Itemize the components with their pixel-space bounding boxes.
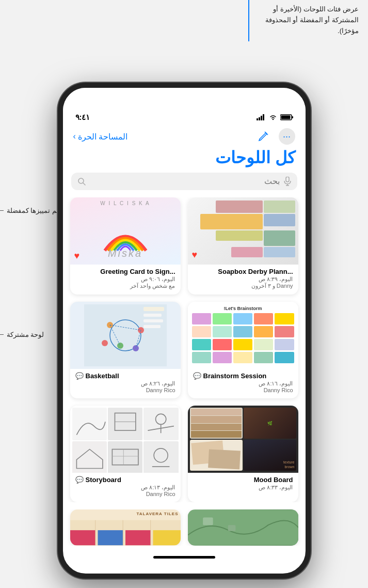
svg-rect-25 bbox=[143, 325, 161, 328]
nav-bar: ··· المساحة الحرة › bbox=[63, 124, 306, 147]
board-date-moodboard: اليوم، ٨:٣٣ ص bbox=[193, 484, 293, 491]
board-date-brainstorm: اليوم، ٨:١٦ ص bbox=[193, 380, 293, 387]
board-info-soapbox: ...Soapbox Derby Plann اليوم، ٨:٣٩ ص Dan… bbox=[188, 265, 298, 295]
top-annotation: عرض فئات اللوحات (الأخيرة أو المشتركة أو… bbox=[249, 0, 363, 40]
boards-grid: ♥ ...Soapbox Derby Plann اليوم، ٨:٣٩ ص D… bbox=[63, 197, 306, 502]
map-thumbnail bbox=[188, 509, 298, 546]
svg-rect-4 bbox=[259, 117, 260, 120]
board-info-storyboard: Storyboard 💬 اليوم، ٨:١٣ ص Danny Rico bbox=[70, 473, 181, 502]
board-info-basketball: Basketball 💬 اليوم، ٨:٢٦ ص Danny Rico bbox=[70, 369, 181, 398]
heart-icon-greeting: ♥ bbox=[74, 251, 80, 261]
board-title-basketball: Basketball bbox=[86, 372, 119, 380]
board-card-moodboard[interactable]: 🌿 bbox=[188, 406, 298, 502]
nav-back[interactable]: المساحة الحرة › bbox=[73, 132, 128, 142]
top-annotation-text: عرض فئات اللوحات (الأخيرة أو المشتركة أو… bbox=[253, 4, 359, 36]
board-card-greeting[interactable]: W I L C I S K A Miska bbox=[70, 197, 181, 295]
board-card-basketball[interactable]: Basketball 💬 اليوم، ٨:٢٦ ص Danny Rico bbox=[70, 302, 181, 398]
more-icon: ··· bbox=[283, 131, 291, 142]
status-bar: ٩:٤١ bbox=[63, 88, 306, 124]
shared-icon-brainstorm: 💬 bbox=[193, 372, 201, 380]
board-thumbnail-greeting: W I L C I S K A Miska bbox=[70, 197, 181, 265]
board-card-brainstorm[interactable]: Let's Brainstorm! bbox=[188, 302, 298, 398]
board-title-row-brainstorm: Brainstorm Session 💬 bbox=[193, 372, 293, 380]
svg-rect-48 bbox=[125, 530, 151, 545]
svg-rect-9 bbox=[286, 177, 289, 182]
mood-item-1: 🌿 bbox=[244, 408, 296, 439]
svg-rect-23 bbox=[143, 314, 162, 317]
board-thumbnail-soapbox: ♥ bbox=[188, 197, 298, 265]
svg-rect-24 bbox=[143, 319, 163, 322]
heart-icon-soapbox: ♥ bbox=[192, 250, 198, 260]
board-title-brainstorm: Brainstorm Session bbox=[203, 372, 267, 380]
panel-1 bbox=[143, 408, 178, 440]
panel-6 bbox=[72, 441, 107, 473]
board-title-moodboard: Mood Board bbox=[193, 476, 293, 484]
basketball-diagram-svg bbox=[84, 304, 167, 366]
compose-icon bbox=[258, 131, 269, 142]
page-title: كل اللوحات bbox=[73, 148, 295, 167]
search-bar[interactable] bbox=[71, 173, 297, 190]
svg-rect-44 bbox=[228, 525, 235, 531]
panel-2 bbox=[108, 408, 142, 440]
board-author-brainstorm: Danny Rico bbox=[193, 387, 293, 393]
talavera-thumbnail: TALAVERA TILES bbox=[70, 509, 181, 546]
board-date-soapbox: اليوم، ٨:٣٩ ص bbox=[193, 276, 293, 283]
board-author-greeting: مع شخص واحد آخر bbox=[75, 283, 175, 289]
home-indicator-container bbox=[63, 552, 306, 564]
shared-icon-storyboard: 💬 bbox=[75, 476, 84, 484]
svg-rect-1 bbox=[292, 116, 293, 118]
brainstorm-title-sm: Let's Brainstorm! bbox=[223, 306, 262, 311]
status-icons bbox=[257, 114, 293, 120]
search-input[interactable] bbox=[90, 177, 280, 186]
board-thumbnail-basketball bbox=[70, 302, 181, 369]
svg-rect-3 bbox=[257, 118, 258, 120]
partial-boards-row: TALAVERA TILES bbox=[63, 509, 306, 546]
board-info-moodboard: Mood Board اليوم، ٨:٣٣ ص bbox=[188, 473, 298, 496]
board-title-row-basketball: Basketball 💬 bbox=[75, 372, 175, 380]
svg-rect-22 bbox=[143, 307, 164, 311]
svg-rect-34 bbox=[143, 442, 178, 473]
svg-line-8 bbox=[83, 183, 85, 185]
board-thumbnail-storyboard bbox=[70, 406, 181, 473]
left-shared-annotation: لوحة مشتركة bbox=[0, 331, 44, 338]
home-indicator bbox=[153, 556, 215, 559]
status-time: ٩:٤١ bbox=[75, 113, 90, 122]
board-author-soapbox: Danny و ٣ آخرون bbox=[193, 283, 293, 289]
board-author-basketball: Danny Rico bbox=[75, 387, 175, 393]
greeting-text-art: W I L C I S K A bbox=[70, 200, 181, 206]
phone-frame: ٩:٤١ ··· المساحة الحرة bbox=[58, 83, 311, 579]
panel-5 bbox=[108, 441, 142, 473]
compose-button[interactable] bbox=[255, 128, 271, 145]
wifi-icon bbox=[269, 114, 277, 120]
partial-card-map[interactable] bbox=[188, 509, 298, 546]
svg-rect-46 bbox=[70, 530, 95, 545]
board-title-storyboard: Storyboard bbox=[86, 476, 121, 484]
mood-item-4 bbox=[190, 440, 243, 471]
mic-icon[interactable] bbox=[284, 177, 291, 186]
board-title-soapbox: ...Soapbox Derby Plann bbox=[193, 268, 293, 275]
svg-rect-47 bbox=[98, 530, 123, 545]
board-card-storyboard[interactable]: Storyboard 💬 اليوم، ٨:١٣ ص Danny Rico bbox=[70, 406, 181, 502]
mood-item-3: texturebrown bbox=[244, 440, 296, 471]
shared-icon-basketball: 💬 bbox=[75, 372, 84, 380]
partial-card-talavera[interactable]: TALAVERA TILES bbox=[70, 509, 181, 546]
svg-rect-43 bbox=[203, 518, 213, 525]
more-button[interactable]: ··· bbox=[279, 128, 295, 145]
board-date-storyboard: اليوم، ٨:١٣ ص bbox=[75, 484, 175, 491]
svg-rect-5 bbox=[261, 116, 262, 120]
signal-icon bbox=[257, 114, 266, 120]
board-thumbnail-moodboard: 🌿 bbox=[188, 406, 298, 473]
board-date-basketball: اليوم، ٨:٢٦ ص bbox=[75, 380, 175, 387]
svg-rect-37 bbox=[108, 442, 142, 473]
panel-3 bbox=[72, 408, 107, 440]
svg-rect-2 bbox=[281, 116, 290, 119]
board-card-soapbox[interactable]: ♥ ...Soapbox Derby Plann اليوم، ٨:٣٩ ص D… bbox=[188, 197, 298, 295]
board-info-greeting: ...Greeting Card to Sign اليوم، ٩:٠٦ ص م… bbox=[70, 265, 181, 295]
page-title-section: كل اللوحات bbox=[63, 147, 306, 173]
svg-point-18 bbox=[102, 340, 108, 346]
search-icon bbox=[77, 177, 86, 185]
board-title-greeting: ...Greeting Card to Sign bbox=[75, 268, 175, 275]
mood-item-2 bbox=[190, 408, 243, 439]
nav-icons: ··· bbox=[255, 128, 295, 145]
page-wrapper: عرض فئات اللوحات (الأخيرة أو المشتركة أو… bbox=[0, 0, 368, 588]
